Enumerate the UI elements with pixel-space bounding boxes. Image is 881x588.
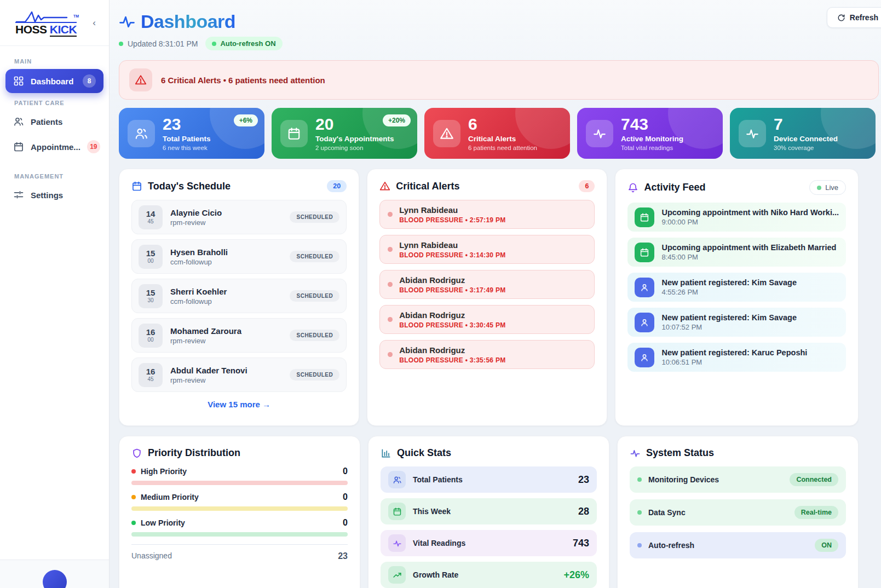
alert-row[interactable]: Lynn RabideauBLOOD PRESSURE • 3:14:30 PM [379,235,595,264]
alert-row[interactable]: Abidan RodriguzBLOOD PRESSURE • 3:30:45 … [379,305,595,334]
patient-name: Lynn Rabideau [399,240,505,250]
alert-row[interactable]: Abidan RodriguzBLOOD PRESSURE • 3:17:49 … [379,270,595,299]
stat-sub: 6 new this week [163,145,211,152]
stat-sub: 2 upcoming soon [315,145,394,152]
user-icon [635,348,654,367]
quick-stat-value: +26% [563,569,589,581]
panel-title: Activity Feed [644,182,705,193]
patient-name: Abidan Rodriguz [399,345,505,355]
page-header: Dashboard Updated 8:31:01 PM Auto-refres… [119,0,881,50]
schedule-row[interactable]: 1600 Mohamed Zarourarpm-review SCHEDULED [131,318,347,353]
sidebar-item-appointments[interactable]: Appointme... 19 [5,135,103,159]
patient-name: Abidan Rodriguz [399,310,505,320]
system-status-badge: Connected [790,473,838,486]
system-status-panel: System Status Monitoring Devices Connect… [617,436,859,588]
feed-row[interactable]: New patient registered: Kim Savage10:07:… [627,308,846,337]
status-dot [119,42,123,46]
priority-dot [131,469,136,474]
stat-card-todays-appointments[interactable]: 20 Today's Appointments 2 upcoming soon … [272,108,417,159]
feed-row[interactable]: Upcoming appointment with Elizabeth Marr… [627,238,846,267]
status-badge: SCHEDULED [290,369,339,381]
stat-card-active-monitoring[interactable]: 743 Active Monitoring Total vital readin… [577,108,723,159]
stat-card-total-patients[interactable]: 23 Total Patients 6 new this week +6% [119,108,264,159]
trend-badge: +6% [234,114,258,126]
calendar-icon [635,207,654,227]
priority-row-low: Low Priority0 [131,518,348,537]
schedule-row[interactable]: 1500 Hysen Braholliccm-followup SCHEDULE… [131,239,347,274]
status-badge: SCHEDULED [290,211,339,223]
priority-value: 0 [343,492,348,502]
grid-icon [13,76,24,87]
user-avatar[interactable] [43,570,67,588]
schedule-row[interactable]: 1645 Abdul Kader Tenovirpm-review SCHEDU… [131,358,347,392]
stat-cards-row: 23 Total Patients 6 new this week +6% 20… [119,108,881,159]
user-icon [635,313,654,332]
feed-row[interactable]: New patient registered: Kim Savage4:55:2… [627,273,846,302]
status-badge: SCHEDULED [290,330,339,341]
alert-detail: BLOOD PRESSURE • 3:35:56 PM [399,356,505,364]
feed-row[interactable]: Upcoming appointment with Niko Hard Work… [627,203,846,232]
stat-card-critical-alerts[interactable]: 6 Critical Alerts 6 patients need attent… [424,108,570,159]
panels-row-1: Today's Schedule 20 1445 Alaynie Ciciorp… [119,169,859,426]
alert-triangle-icon [129,68,152,91]
bell-icon [627,182,638,193]
sidebar: HOSS KICK TM ‹ MAIN Dashboard 8 PATIENT … [0,0,110,588]
system-status-list: Monitoring Devices Connected Data Sync R… [630,466,846,558]
refresh-icon [837,14,845,22]
live-badge: Live [809,180,846,195]
logo-block: HOSS KICK TM ‹ [0,0,109,46]
alert-row[interactable]: Lynn RabideauBLOOD PRESSURE • 2:57:19 PM [379,200,595,229]
alert-dot [388,282,393,287]
alert-banner-text: 6 Critical Alerts • 6 patients need atte… [161,76,325,85]
feed-list: Upcoming appointment with Niko Hard Work… [627,203,846,372]
system-status-row: Monitoring Devices Connected [630,466,846,493]
schedule-row[interactable]: 1530 Sherri Koehlerccm-followup SCHEDULE… [131,279,347,313]
system-status-badge: ON [815,539,838,552]
view-more-link[interactable]: View 15 more → [208,400,270,409]
alert-dot [388,212,393,217]
critical-alert-banner[interactable]: 6 Critical Alerts • 6 patients need atte… [119,60,879,100]
calendar-icon [13,141,24,152]
alert-dot [388,317,393,322]
sidebar-nav: MAIN Dashboard 8 PATIENT CARE Patients A… [0,46,109,206]
patient-name: Alaynie Cicio [170,208,222,217]
calendar-icon [280,120,308,147]
priority-label: High Priority [141,467,187,476]
sidebar-item-patients[interactable]: Patients [5,111,103,132]
quick-stats-list: Total Patients 23 This Week 28 Vital Rea… [381,466,597,588]
stat-value: 20 [315,115,394,134]
patient-name: Hysen Braholli [170,247,228,257]
alert-detail: BLOOD PRESSURE • 3:30:45 PM [399,321,505,329]
alert-row[interactable]: Abidan RodriguzBLOOD PRESSURE • 3:35:56 … [379,340,595,369]
schedule-row[interactable]: 1445 Alaynie Ciciorpm-review SCHEDULED [131,200,347,234]
autorefresh-badge: Auto-refresh ON [205,37,282,50]
nav-section-patient-care: PATIENT CARE [5,95,103,111]
feed-row[interactable]: New patient registered: Karuc Peposhi10:… [627,343,846,372]
panel-title: System Status [646,447,714,459]
unassigned-value: 23 [338,551,348,561]
priority-label: Low Priority [141,518,185,527]
priority-bar [131,481,348,485]
appointment-type: ccm-followup [170,258,228,266]
sidebar-collapse-button[interactable]: ‹ [87,16,101,30]
sidebar-item-dashboard[interactable]: Dashboard 8 [5,69,103,93]
unassigned-label: Unassigned [131,551,172,561]
priority-distribution-panel: Priority Distribution High Priority0 Med… [119,436,360,588]
status-dot [637,477,642,482]
logo-word-hoss: HOSS [15,23,47,36]
status-badge: SCHEDULED [290,290,339,302]
stat-card-device-connected[interactable]: 7 Device Connected 30% coverage [730,108,876,159]
quick-stat-value: 28 [578,506,589,517]
feed-time: 10:06:51 PM [661,358,807,366]
chevron-left-icon: ‹ [93,18,96,28]
unassigned-row: Unassigned 23 [131,551,348,561]
appointments-count-badge: 19 [87,140,100,153]
time-chip: 1500 [139,245,163,269]
pulse-icon [388,534,406,552]
priority-dot [131,495,136,499]
refresh-button[interactable]: Refresh [827,7,881,28]
quick-stat-label: This Week [413,507,451,516]
stat-label: Total Patients [163,135,211,143]
sidebar-item-settings[interactable]: Settings [5,184,103,206]
alerts-list: Lynn RabideauBLOOD PRESSURE • 2:57:19 PM… [379,200,595,369]
